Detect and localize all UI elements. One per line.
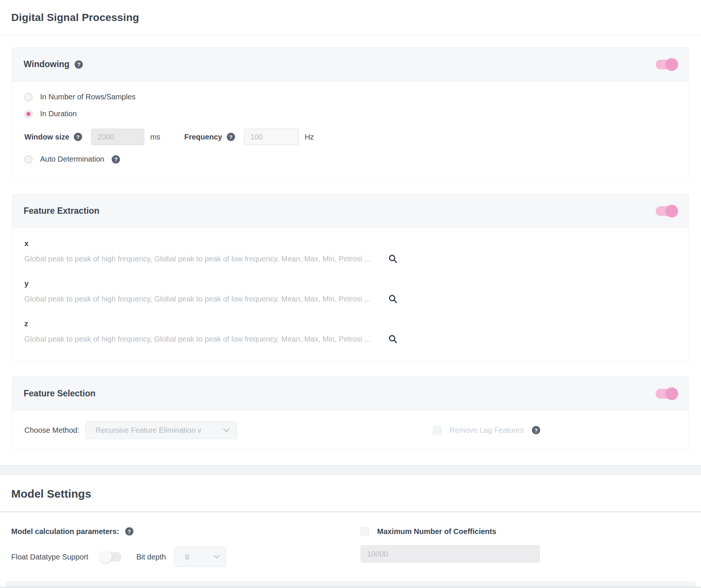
toggle-knob bbox=[665, 387, 678, 400]
calc-params-label: Model calculation parameters: bbox=[11, 527, 119, 536]
remove-lag-checkbox[interactable] bbox=[433, 426, 441, 434]
chevron-down-icon bbox=[223, 428, 230, 432]
feature-extraction-toggle[interactable] bbox=[656, 206, 677, 216]
radio-icon bbox=[24, 93, 33, 101]
float-datatype-label: Float Datatype Support bbox=[11, 553, 88, 561]
help-icon[interactable]: ? bbox=[125, 527, 133, 536]
method-select[interactable]: Recursive Feature Elimination v bbox=[85, 421, 237, 439]
radio-icon bbox=[24, 155, 33, 164]
windowing-card-header: Windowing ? bbox=[12, 48, 689, 81]
next-section-peek bbox=[5, 581, 696, 586]
max-coefficients-label: Maximum Number of Coefficients bbox=[377, 527, 496, 536]
max-coefficients-input[interactable] bbox=[361, 545, 540, 562]
search-icon[interactable] bbox=[388, 334, 398, 344]
radio-label: Auto Determination bbox=[40, 155, 104, 164]
max-coefficients-checkbox[interactable] bbox=[361, 527, 369, 536]
feature-selection-card-body: Choose Method: Recursive Feature Elimina… bbox=[12, 411, 689, 450]
help-icon[interactable]: ? bbox=[532, 426, 540, 434]
search-icon[interactable] bbox=[388, 254, 398, 264]
remove-lag-label: Remove Lag Features bbox=[449, 426, 524, 435]
section-separator bbox=[0, 465, 701, 475]
feature-selection-card-header: Feature Selection bbox=[12, 377, 689, 411]
axis-label: x bbox=[24, 239, 677, 248]
dsp-settings-panel: Windowing ? In Number of Rows/Samples In… bbox=[0, 35, 701, 465]
radio-label: In Duration bbox=[40, 110, 77, 118]
radio-option-auto-determination[interactable]: Auto Determination ? bbox=[24, 155, 677, 164]
feature-extraction-card-header: Feature Extraction bbox=[12, 194, 689, 228]
bit-depth-select[interactable]: 8 bbox=[174, 547, 226, 567]
help-icon[interactable]: ? bbox=[75, 60, 83, 69]
help-icon[interactable]: ? bbox=[74, 133, 82, 141]
axis-label: z bbox=[24, 320, 677, 328]
axis-y-group: y bbox=[24, 279, 677, 304]
axis-z-group: z bbox=[24, 320, 677, 344]
page-header: Digital Signal Processing bbox=[0, 0, 701, 35]
model-settings-body: Model calculation parameters: ? Float Da… bbox=[0, 512, 701, 567]
help-icon[interactable]: ? bbox=[112, 155, 120, 164]
feature-selection-title: Feature Selection bbox=[24, 388, 96, 399]
radio-option-rows-samples[interactable]: In Number of Rows/Samples bbox=[24, 93, 677, 101]
windowing-card-body: In Number of Rows/Samples In Duration Wi… bbox=[12, 81, 689, 178]
frequency-label: Frequency bbox=[184, 133, 222, 141]
window-size-input[interactable] bbox=[91, 129, 144, 145]
toggle-knob bbox=[665, 205, 678, 218]
search-icon[interactable] bbox=[388, 294, 398, 304]
frequency-input[interactable] bbox=[244, 129, 299, 145]
windowing-toggle[interactable] bbox=[656, 60, 677, 69]
bit-depth-label: Bit depth bbox=[136, 553, 166, 561]
chevron-down-icon bbox=[214, 555, 220, 559]
windowing-card: Windowing ? In Number of Rows/Samples In… bbox=[12, 47, 689, 179]
window-size-unit: ms bbox=[150, 133, 160, 141]
feature-selection-card: Feature Selection Choose Method: Recursi… bbox=[12, 376, 689, 450]
radio-label: In Number of Rows/Samples bbox=[40, 93, 136, 101]
frequency-unit: Hz bbox=[305, 133, 314, 141]
choose-method-label: Choose Method: bbox=[24, 426, 79, 435]
feature-extraction-title: Feature Extraction bbox=[24, 206, 99, 216]
model-settings-title: Model Settings bbox=[0, 475, 701, 512]
window-size-label: Window size bbox=[24, 133, 69, 141]
page-title: Digital Signal Processing bbox=[11, 12, 139, 24]
axis-x-features-input[interactable] bbox=[24, 255, 381, 263]
axis-x-group: x bbox=[24, 239, 677, 264]
windowing-title: Windowing bbox=[24, 59, 69, 69]
radio-icon-checked bbox=[24, 110, 33, 118]
feature-selection-toggle[interactable] bbox=[656, 389, 677, 399]
axis-y-features-input[interactable] bbox=[24, 295, 381, 303]
model-settings-section: Model Settings Model calculation paramet… bbox=[0, 475, 701, 567]
float-datatype-toggle[interactable] bbox=[100, 552, 121, 562]
axis-label: y bbox=[24, 279, 677, 288]
toggle-knob bbox=[99, 550, 112, 563]
axis-z-features-input[interactable] bbox=[24, 335, 381, 344]
help-icon[interactable]: ? bbox=[227, 133, 235, 141]
window-size-row: Window size ? ms Frequency ? Hz bbox=[24, 129, 677, 145]
bit-depth-value: 8 bbox=[185, 553, 189, 561]
toggle-knob bbox=[665, 58, 678, 71]
feature-extraction-card: Feature Extraction x y bbox=[12, 194, 689, 362]
page-bottom-edge bbox=[0, 586, 701, 588]
feature-extraction-card-body: x y bbox=[12, 228, 689, 361]
method-select-value: Recursive Feature Elimination v bbox=[96, 426, 201, 435]
radio-option-in-duration[interactable]: In Duration bbox=[24, 110, 677, 118]
